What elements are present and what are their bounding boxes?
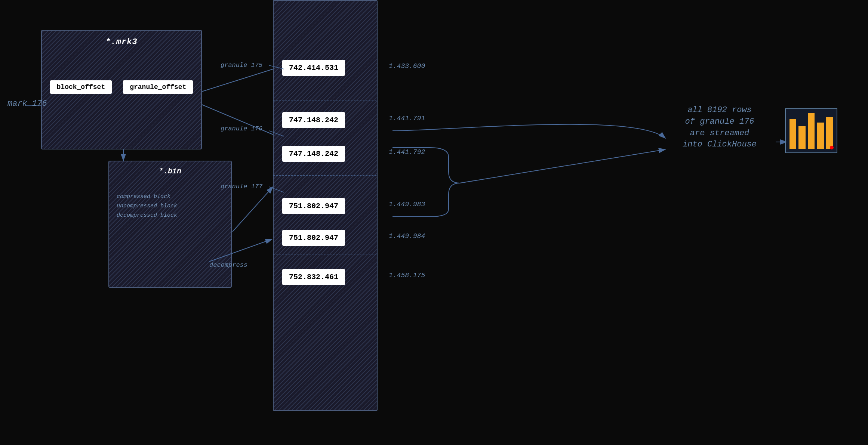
compression-items: compressed block uncompressed block deco… — [109, 194, 231, 219]
ch-bars — [785, 108, 837, 153]
ch-bar-2 — [808, 113, 815, 149]
ch-dot — [830, 146, 834, 149]
granule-offset-label: granule_offset — [123, 80, 193, 94]
value-box-5: 752.832.461 — [282, 269, 345, 285]
right-label-0: 1.433.600 — [389, 62, 425, 70]
right-label-4: 1.449.984 — [389, 232, 425, 240]
value-box-3: 751.802.947 — [282, 198, 345, 214]
streaming-line3: are streamed — [690, 129, 749, 138]
granule-label-1: granule 176 — [221, 125, 262, 132]
streaming-line4: into ClickHouse — [683, 140, 757, 149]
value-box-1: 747.148.242 — [282, 112, 345, 128]
svg-line-9 — [460, 149, 665, 183]
mark-index-block: *.mrk3 block_offset granule_offset — [41, 30, 202, 149]
right-label-1: 1.441.791 — [389, 115, 425, 122]
streaming-text: all 8192 rows of granule 176 are streame… — [665, 105, 774, 151]
compression-item-2: decompressed block — [117, 212, 224, 219]
streaming-box: all 8192 rows of granule 176 are streame… — [665, 105, 774, 172]
ch-bar-1 — [798, 126, 805, 149]
compression-item-1: uncompressed block — [117, 203, 224, 209]
value-box-4: 751.802.947 — [282, 230, 345, 246]
mark-index-title: *.mrk3 — [42, 31, 201, 50]
decompress-label: decompress — [209, 262, 247, 269]
compression-block: *.bin compressed block uncompressed bloc… — [108, 161, 232, 288]
right-label-2: 1.441.792 — [389, 148, 425, 156]
compression-item-0: compressed block — [117, 194, 224, 200]
streaming-line2: of granule 176 — [685, 117, 754, 126]
granule-label-2: granule 177 — [221, 183, 262, 190]
granule-label-0: granule 175 — [221, 62, 262, 69]
compression-title: *.bin — [109, 161, 231, 179]
streaming-line1: all 8192 rows — [687, 105, 752, 115]
value-box-2: 747.148.242 — [282, 146, 345, 162]
svg-line-3 — [233, 187, 273, 232]
right-label-5: 1.458.175 — [389, 272, 425, 279]
ch-bar-4 — [826, 117, 833, 149]
clickhouse-icon — [785, 108, 837, 168]
mark-label: mark 176 — [7, 99, 47, 108]
svg-line-1 — [202, 69, 273, 92]
value-box-0: 742.414.531 — [282, 60, 345, 76]
right-label-3: 1.449.983 — [389, 201, 425, 208]
ch-bar-0 — [789, 119, 796, 149]
ch-bar-3 — [817, 123, 824, 149]
mark-index-fields: block_offset granule_offset — [42, 80, 201, 94]
main-canvas: mark 176 *.mrk3 block_offset granule_off… — [0, 0, 868, 445]
block-offset-label: block_offset — [50, 80, 112, 94]
